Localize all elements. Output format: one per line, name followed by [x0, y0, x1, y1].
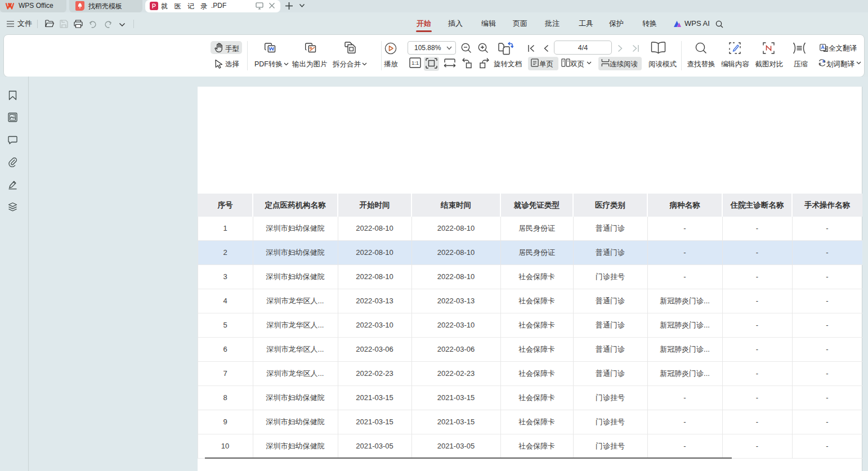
svg-text:A: A — [822, 59, 825, 63]
svg-text:1:1: 1:1 — [411, 60, 419, 66]
